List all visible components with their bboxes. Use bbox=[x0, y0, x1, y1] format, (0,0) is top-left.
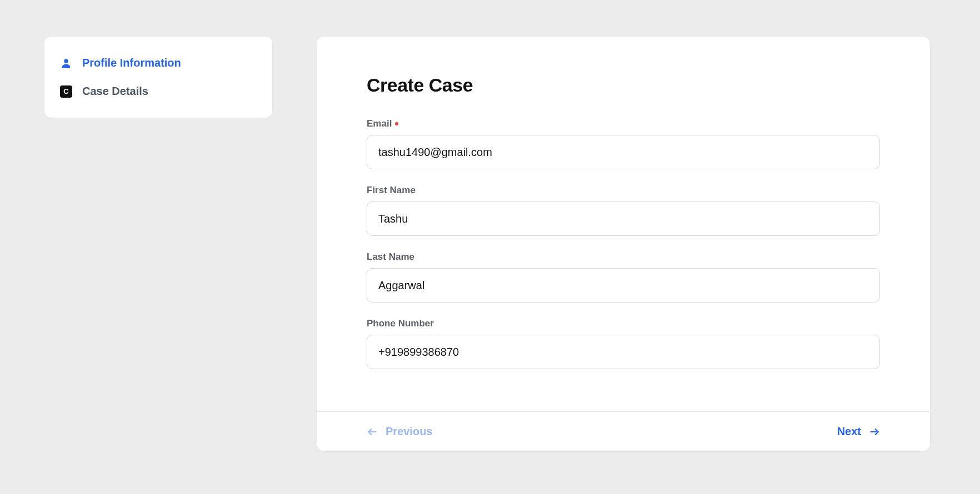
field-label: First Name bbox=[367, 185, 416, 196]
field-label-row: First Name bbox=[367, 185, 880, 196]
arrow-left-icon bbox=[367, 426, 378, 437]
next-button-label: Next bbox=[837, 425, 861, 438]
field-label-row: Phone Number bbox=[367, 318, 880, 329]
sidebar: Profile Information C Case Details bbox=[44, 37, 272, 118]
main-card: Create Case Email First Name Last Nam bbox=[317, 37, 930, 451]
page-title: Create Case bbox=[367, 74, 880, 96]
field-label-row: Last Name bbox=[367, 251, 880, 263]
form-body: Create Case Email First Name Last Nam bbox=[317, 37, 930, 411]
last-name-input[interactable] bbox=[367, 268, 880, 303]
field-label-row: Email bbox=[367, 118, 880, 129]
sidebar-item-case-details[interactable]: C Case Details bbox=[44, 77, 272, 105]
phone-input[interactable] bbox=[367, 335, 880, 369]
previous-button[interactable]: Previous bbox=[367, 425, 432, 438]
field-label: Phone Number bbox=[367, 318, 434, 329]
field-label: Email bbox=[367, 118, 392, 129]
case-icon: C bbox=[60, 85, 72, 98]
sidebar-item-label: Case Details bbox=[82, 85, 148, 98]
required-indicator bbox=[395, 122, 398, 125]
field-last-name: Last Name bbox=[367, 251, 880, 303]
field-first-name: First Name bbox=[367, 185, 880, 236]
previous-button-label: Previous bbox=[386, 425, 432, 438]
email-input[interactable] bbox=[367, 135, 880, 169]
form-footer: Previous Next bbox=[317, 411, 930, 451]
field-label: Last Name bbox=[367, 251, 414, 263]
field-phone: Phone Number bbox=[367, 318, 880, 369]
sidebar-item-profile-information[interactable]: Profile Information bbox=[44, 49, 272, 77]
arrow-right-icon bbox=[869, 426, 880, 437]
page-container: Profile Information C Case Details Creat… bbox=[0, 0, 980, 451]
person-icon bbox=[60, 57, 72, 69]
next-button[interactable]: Next bbox=[837, 425, 880, 438]
svg-point-0 bbox=[64, 59, 68, 63]
first-name-input[interactable] bbox=[367, 201, 880, 236]
sidebar-item-label: Profile Information bbox=[82, 57, 181, 69]
field-email: Email bbox=[367, 118, 880, 169]
